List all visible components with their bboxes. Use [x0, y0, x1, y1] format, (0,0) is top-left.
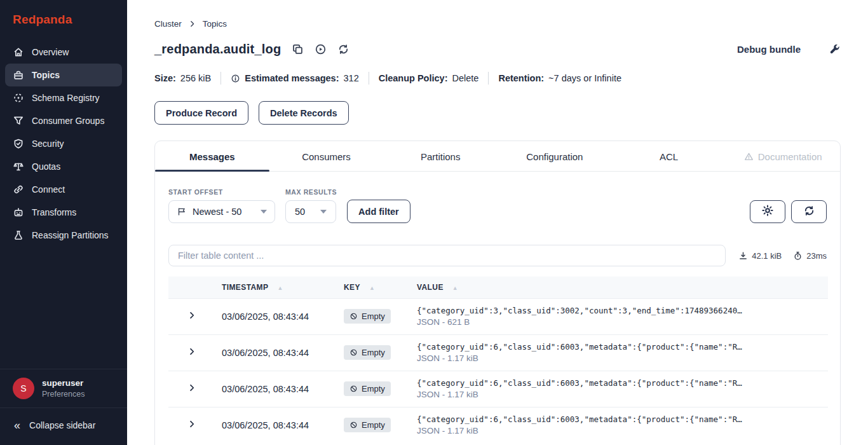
stat-retention: Retention:~7 days or Infinite	[498, 73, 621, 83]
tab-messages[interactable]: Messages	[155, 151, 269, 171]
link-icon	[13, 184, 24, 195]
key-cell: Empty	[344, 334, 417, 371]
copy-icon[interactable]	[292, 43, 304, 55]
offset-flag-icon	[177, 207, 187, 217]
download-icon	[738, 251, 748, 261]
sidebar-item-label: Schema Registry	[32, 93, 100, 103]
expander-cell	[168, 298, 222, 334]
table-row[interactable]: 03/06/2025, 08:43:44Empty{"category_uid"…	[168, 407, 828, 443]
play-circle-icon[interactable]	[315, 43, 327, 55]
breadcrumb-item-cluster[interactable]: Cluster	[154, 19, 182, 29]
key-badge-label: Empty	[362, 420, 385, 430]
sidebar-item-label: Transforms	[32, 207, 76, 217]
chevron-right-icon	[188, 20, 196, 28]
topic-card: MessagesConsumersPartitionsConfiguration…	[154, 140, 841, 445]
table-header-row: TIMESTAMP▲KEY▲VALUE▲	[168, 277, 828, 298]
reload-messages-button[interactable]	[791, 200, 827, 223]
stat-size: Size:256 kiB	[154, 73, 211, 83]
value-cell: {"category_uid":6,"class_uid":6003,"meta…	[417, 407, 828, 443]
stat-label: Retention:	[498, 73, 544, 83]
user-menu[interactable]: S superuser Preferences	[0, 369, 127, 407]
sidebar-item-security[interactable]: Security	[5, 132, 122, 155]
scales-icon	[13, 161, 24, 172]
debug-bundle-link[interactable]: Debug bundle	[737, 44, 801, 55]
produce-record-button[interactable]: Produce Record	[154, 101, 248, 125]
sidebar-item-label: Security	[32, 139, 64, 149]
value-cell: {"category_uid":3,"class_uid":3002,"coun…	[417, 298, 828, 334]
collapse-sidebar-label: Collapse sidebar	[29, 420, 95, 430]
stats-divider	[488, 72, 489, 85]
slash-circle-icon	[349, 385, 358, 393]
expand-row-icon[interactable]	[187, 420, 196, 428]
collapse-sidebar-button[interactable]: « Collapse sidebar	[0, 408, 127, 445]
timestamp-value: 03/06/2025, 08:43:44	[222, 312, 309, 322]
schema-icon	[13, 92, 24, 104]
chevron-down-icon	[261, 210, 267, 214]
expand-row-icon[interactable]	[187, 383, 196, 392]
value-meta: JSON - 1.17 kiB	[417, 390, 828, 399]
stat-label: Size:	[154, 73, 176, 83]
page-title: _redpanda.audit_log	[154, 42, 281, 57]
gear-icon	[761, 204, 774, 219]
column-header-key[interactable]: KEY▲	[344, 277, 417, 298]
stat-value: Delete	[452, 73, 479, 83]
tab-label: Configuration	[526, 151, 583, 162]
tab-configuration[interactable]: Configuration	[498, 151, 612, 171]
filter-table-input[interactable]	[168, 245, 726, 266]
slash-circle-icon	[349, 312, 358, 320]
message-settings-button[interactable]	[750, 200, 785, 223]
sort-icon: ▲	[369, 285, 375, 291]
value-json-preview: {"category_uid":6,"class_uid":6003,"meta…	[417, 342, 828, 352]
tab-label: Documentation	[758, 151, 822, 162]
add-filter-button[interactable]: Add filter	[347, 200, 410, 223]
tab-partitions[interactable]: Partitions	[383, 151, 498, 171]
value-json-preview: {"category_uid":3,"class_uid":3002,"coun…	[417, 306, 828, 315]
warning-icon	[744, 152, 754, 161]
key-cell: Empty	[344, 298, 417, 334]
column-header-value[interactable]: VALUE▲	[417, 277, 828, 298]
expander-column-header	[168, 277, 222, 298]
stat-value: 312	[344, 73, 359, 83]
key-badge-label: Empty	[362, 384, 385, 394]
sidebar-item-label: Connect	[32, 184, 65, 195]
tab-acl[interactable]: ACL	[612, 151, 726, 171]
sidebar-item-reassign-partitions[interactable]: Reassign Partitions	[5, 224, 122, 247]
stat-label: Estimated messages:	[245, 73, 339, 83]
breadcrumb-item-topics[interactable]: Topics	[203, 19, 227, 29]
redpanda-logo: Redpanda	[0, 0, 127, 36]
key-cell: Empty	[344, 371, 417, 407]
delete-records-button[interactable]: Delete Records	[259, 101, 349, 125]
value-meta: JSON - 1.17 kiB	[417, 353, 828, 363]
sidebar-item-consumer-groups[interactable]: Consumer Groups	[5, 109, 122, 132]
wrench-icon[interactable]	[829, 43, 841, 55]
sidebar-item-topics[interactable]: Topics	[5, 64, 122, 86]
table-row[interactable]: 03/06/2025, 08:43:44Empty{"category_uid"…	[168, 334, 828, 371]
start-offset-select[interactable]: Newest - 50	[168, 200, 275, 223]
stat-value: ~7 days or Infinite	[548, 73, 621, 83]
table-row[interactable]: 03/06/2025, 08:43:44Empty{"category_uid"…	[168, 298, 828, 334]
stats-divider	[369, 72, 369, 85]
expand-row-icon[interactable]	[187, 311, 196, 320]
topics-icon	[13, 69, 24, 81]
stats-divider	[220, 72, 221, 85]
key-empty-badge: Empty	[344, 381, 391, 396]
max-results-select[interactable]: 50	[285, 200, 336, 223]
avatar: S	[13, 378, 34, 399]
sidebar-item-overview[interactable]: Overview	[5, 41, 122, 64]
sidebar-item-quotas[interactable]: Quotas	[5, 155, 122, 178]
table-row[interactable]: 03/06/2025, 08:43:44Empty{"category_uid"…	[168, 371, 828, 407]
refresh-icon[interactable]	[337, 43, 349, 55]
expander-cell	[168, 334, 222, 371]
main-content: ClusterTopics _redpanda.audit_log Debug …	[127, 0, 868, 445]
info-icon[interactable]	[231, 74, 240, 83]
expand-row-icon[interactable]	[187, 347, 196, 356]
sort-icon: ▲	[277, 285, 283, 291]
column-header-timestamp[interactable]: TIMESTAMP▲	[222, 277, 344, 298]
sidebar-item-connect[interactable]: Connect	[5, 178, 122, 201]
sidebar-item-schema-registry[interactable]: Schema Registry	[5, 86, 122, 109]
sidebar-item-transforms[interactable]: Transforms	[5, 201, 122, 224]
user-preferences-link[interactable]: Preferences	[42, 390, 85, 399]
sidebar-item-label: Overview	[32, 47, 69, 57]
tab-consumers[interactable]: Consumers	[269, 151, 384, 171]
robot-icon	[13, 207, 24, 218]
